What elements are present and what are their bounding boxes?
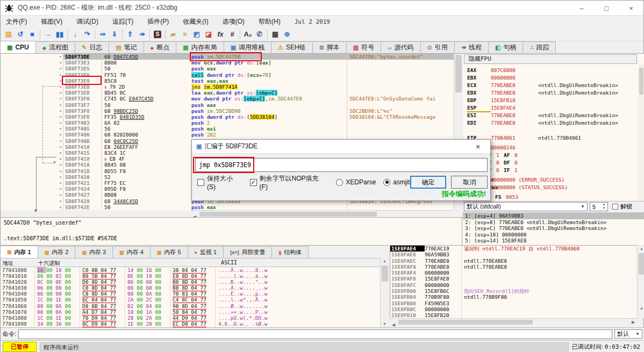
breakpoint-dot-icon[interactable]: ● <box>1 78 63 84</box>
stack-row[interactable]: 15E8FB08F45905E3 <box>390 300 637 306</box>
breakpoint-dot-icon[interactable]: ● <box>1 126 63 132</box>
stack-row[interactable]: 15E8FB0C00000000 <box>390 306 637 312</box>
scroll-right-icon[interactable]: ▶ <box>629 319 637 326</box>
step-into-icon[interactable]: ↓ <box>69 29 81 40</box>
tab-locals[interactable]: [x=]局部变量 <box>223 246 272 258</box>
breakpoint-dot-icon[interactable]: ● <box>1 138 63 144</box>
xedparse-radio[interactable] <box>336 179 343 186</box>
disasm-row[interactable]: ●5D8F73FDFF35 0481D35Dpush dword ptr ds:… <box>1 114 462 120</box>
argument-row[interactable]: 3: [esp+C] 770EABE0 <ntdll.DbgUiRemoteBr… <box>463 225 644 232</box>
breakpoint-dot-icon[interactable]: ● <box>1 90 63 96</box>
disasm-row[interactable]: ●5D8F740668 82020000push 282 <box>1 132 462 138</box>
stack-row[interactable]: 15E8FAF400000000 <box>390 270 637 276</box>
minimize-button[interactable]: – <box>569 1 594 16</box>
tab-threads[interactable]: ↠线程 <box>454 41 489 53</box>
dump-row[interactable]: 7704107008 00 0A 00A4 D7 04 7718 00 1A 0… <box>1 309 380 315</box>
arguments-pane[interactable]: 1: [esp+4] 96A59BB32: [esp+8] 770EABE0 <… <box>463 212 644 245</box>
disasm-row[interactable]: ●5D8F73EB∨ 79 2Djns im.5D8F741A <box>1 84 462 90</box>
run-icon[interactable]: → <box>42 29 54 40</box>
stack-row[interactable]: 15E8FAF0770EABE0ntdll.770EABE0 <box>390 264 637 270</box>
breakpoint-dot-icon[interactable]: ● <box>1 186 63 192</box>
stack-row[interactable]: 15E8FB04770B9F80ntdll.770B9F80 <box>390 294 637 300</box>
menu-item-3[interactable]: 追踪(T) <box>112 17 133 26</box>
scroll-down-icon[interactable]: ▼ <box>638 307 644 311</box>
breakpoint-dot-icon[interactable]: ● <box>1 114 63 120</box>
calculator-icon[interactable]: ▦ <box>269 29 281 40</box>
assemble-icon[interactable]: A₂ <box>242 29 254 40</box>
tab-script[interactable]: ≣脚本 <box>312 41 347 53</box>
disasm-row[interactable]: ●5D8F73DE68 D047C45Dpush im.5DC447D05DC4… <box>1 54 462 60</box>
stack-row[interactable]: 15E8FAE896A59BB3 <box>390 252 637 257</box>
step-out-icon[interactable]: ⇑ <box>124 29 136 40</box>
close-button[interactable]: × <box>619 1 643 16</box>
stop-icon[interactable]: ■ <box>26 29 38 40</box>
disasm-row[interactable]: ●5D8F740556push esi <box>1 126 462 132</box>
tab-mem4[interactable]: ▥内存 4 <box>112 246 151 258</box>
ok-button[interactable]: 确定 <box>410 176 447 189</box>
bookmark-icon[interactable]: ◪ <box>203 29 214 40</box>
disasm-row[interactable]: ●5D8F73E6FF51 78call dword ptr ds:[ecx+7… <box>1 72 462 78</box>
keep-size-checkbox[interactable] <box>197 179 204 186</box>
tab-log[interactable]: ✎日志 <box>75 41 109 53</box>
tab-source[interactable]: ‹›源代码 <box>381 41 420 53</box>
stack-row[interactable]: 15E8FAEC770EABE0ntdll.770EABE0 <box>390 258 637 264</box>
scroll-up-icon[interactable]: ▲ <box>638 246 644 252</box>
tab-mem5[interactable]: ▥内存 5 <box>150 246 188 258</box>
disasm-row[interactable]: ●5D8F73F0C745 0C E047C45Dmov dword ptr s… <box>1 96 462 102</box>
disasm-row[interactable]: ●5D8F73E985C0test eax,eax <box>1 78 462 84</box>
memory-dump-pane[interactable]: 7704100016 00 18 00C0 8B 04 7714 00 16 0… <box>1 267 380 327</box>
fill-nop-checkbox[interactable]: ✓ <box>250 179 257 186</box>
disasm-row[interactable]: ●5D8F73E38B08mov ecx,dword ptr ds:[eax] <box>1 60 462 66</box>
breakpoint-dot-icon[interactable]: ● <box>1 84 63 90</box>
spinner-arrows-icon[interactable]: ▲▼ <box>601 203 607 210</box>
dump-row[interactable]: 7704100016 00 18 00C0 8B 04 7714 00 16 0… <box>1 267 380 273</box>
dump-row[interactable]: 770410501C 00 1E 006C 84 04 772A 00 2C 0… <box>1 297 380 303</box>
scylla-icon[interactable]: S <box>152 29 163 40</box>
cancel-button[interactable]: 取消 <box>451 176 488 189</box>
stack-row[interactable]: 15E8FAFC00000000 <box>390 282 637 288</box>
tab-breakpoints[interactable]: ●断点 <box>144 41 177 53</box>
device-icon[interactable]: ✆ <box>254 29 266 40</box>
breakpoint-dot-icon[interactable]: ● <box>1 54 63 60</box>
disasm-row[interactable]: ●5D8F74036A 02push 2 <box>1 120 462 126</box>
breakpoint-dot-icon[interactable]: ● <box>1 102 63 108</box>
breakpoint-dot-icon[interactable]: ● <box>1 60 63 66</box>
comment-icon[interactable]: ≡ <box>179 29 191 40</box>
disasm-row[interactable]: ●5D8F742E50push eax <box>1 204 462 210</box>
tab-handles[interactable]: ◧句柄 <box>488 41 523 53</box>
breakpoint-dot-icon[interactable]: ● <box>1 198 63 204</box>
disasm-row[interactable]: ●5D8F73E550push eax <box>1 66 462 71</box>
tab-mem2[interactable]: ▥内存 2 <box>38 246 76 258</box>
breakpoint-dot-icon[interactable]: ● <box>1 192 63 198</box>
pause-icon[interactable]: ▮▮ <box>54 29 66 40</box>
arg-depth-spinner[interactable]: 5▲▼ <box>590 202 608 211</box>
dump-row[interactable]: 7704103006 00 08 00C0 8D 04 7706 00 08 0… <box>1 285 380 291</box>
argument-row[interactable]: 2: [esp+8] 770EABE0 <ntdll.DbgUiRemoteBr… <box>463 219 644 226</box>
hide-fpu-button[interactable]: 隐藏FPU <box>464 54 637 64</box>
command-profile-select[interactable]: 默认▼ <box>614 329 642 339</box>
dump-row[interactable]: 7704106008 00 0A 00D8 8B 04 7702 00 04 0… <box>1 303 380 309</box>
tab-notes[interactable]: ▤笔记 <box>109 41 144 53</box>
menu-item-5[interactable]: 收藏夹(I) <box>183 17 208 26</box>
tab-watch1[interactable]: ●监视 1 <box>188 246 224 258</box>
dump-row[interactable]: 770410200C 00 0E 00D0 8D 04 7706 00 08 0… <box>1 279 380 285</box>
internet-icon[interactable]: ⊕ <box>281 29 293 40</box>
menu-item-6[interactable]: 选项(O) <box>223 17 245 26</box>
breakpoint-dot-icon[interactable]: ● <box>1 72 63 78</box>
stack-vscrollbar[interactable]: ▲ ▼ <box>637 246 644 318</box>
dialog-title-bar[interactable]: ▣ 汇编于 5D8F73DE × <box>192 140 490 154</box>
scroll-up-icon[interactable]: ▲ <box>381 258 389 264</box>
breakpoint-dot-icon[interactable]: ● <box>1 132 63 138</box>
menu-item-0[interactable]: 文件(F) <box>6 17 27 26</box>
breakpoint-dot-icon[interactable]: ● <box>1 96 63 102</box>
maximize-button[interactable]: □ <box>594 1 619 16</box>
run-to-user-code-icon[interactable]: ↠ <box>136 29 148 40</box>
tab-struct[interactable]: §结构体 <box>271 246 309 258</box>
function-icon[interactable]: fx <box>214 29 226 40</box>
dialog-close-icon[interactable]: × <box>470 142 486 151</box>
open-file-icon[interactable]: ▤ <box>3 29 15 40</box>
breakpoint-dot-icon[interactable]: ● <box>1 120 63 126</box>
scroll-down-icon[interactable]: ▼ <box>381 321 389 327</box>
breakpoint-dot-icon[interactable]: ● <box>1 150 63 156</box>
breakpoint-dot-icon[interactable]: ● <box>1 144 63 150</box>
